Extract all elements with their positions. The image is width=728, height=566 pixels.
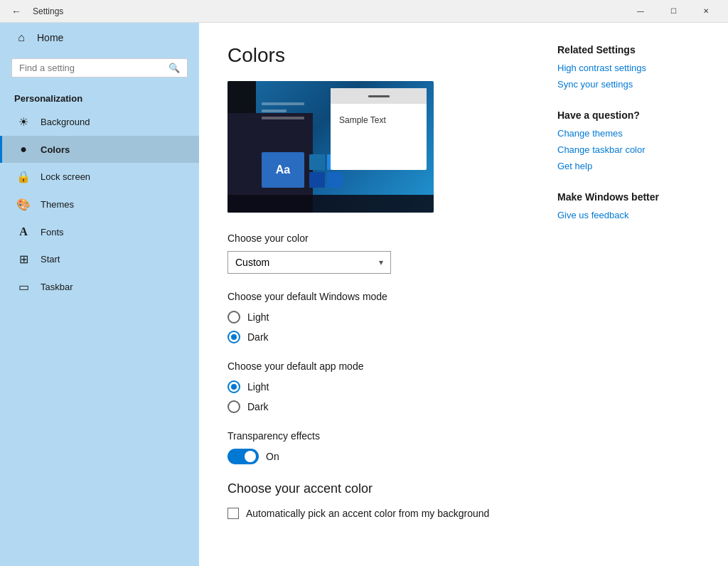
sidebar-item-label: Lock screen [41, 171, 90, 182]
related-title: Related Settings [557, 44, 700, 55]
sidebar-item-label: Start [41, 254, 60, 265]
accent-title: Choose your accent color [228, 481, 529, 496]
radio-outer [228, 311, 240, 324]
accent-checkbox-label: Automatically pick an accent color from … [246, 508, 489, 519]
make-better-section: Make Windows better Give us feedback [557, 191, 700, 220]
window-controls: — ☐ ✕ [624, 0, 722, 23]
accent-checkbox-row: Automatically pick an accent color from … [228, 508, 529, 519]
radio-label: Dark [247, 401, 269, 412]
question-section: Have a question? Change themes Change ta… [557, 110, 700, 171]
taskbar-icon: ▭ [16, 280, 31, 294]
radio-label: Light [247, 381, 269, 393]
themes-icon: 🎨 [16, 198, 31, 211]
maximize-button[interactable]: ☐ [657, 0, 690, 23]
sidebar-item-start[interactable]: ⊞ Start [0, 245, 199, 273]
transparency-toggle[interactable] [228, 449, 259, 464]
preview-window-titlebar [331, 88, 427, 104]
radio-outer-selected [228, 331, 240, 343]
related-settings-sidebar: Related Settings High contrast settings … [557, 44, 700, 545]
background-icon: ☀ [16, 115, 31, 129]
sidebar-section-title: Personalization [0, 86, 199, 108]
home-icon: ⌂ [14, 31, 28, 44]
search-box[interactable]: 🔍 [11, 58, 188, 78]
sidebar-item-label: Taskbar [41, 282, 73, 292]
sidebar-item-lock-screen[interactable]: 🔒 Lock screen [0, 163, 199, 191]
windows-mode-dark[interactable]: Dark [228, 331, 529, 343]
chevron-down-icon: ▾ [379, 257, 383, 267]
radio-label: Light [247, 311, 269, 323]
color-dropdown-value: Custom [235, 257, 269, 268]
preview-window: Sample Text [331, 88, 427, 170]
transparency-label: Transparency effects [228, 430, 529, 442]
preview-tile-3 [309, 172, 325, 188]
preview-lines [262, 102, 304, 124]
app-title: Settings [33, 6, 624, 16]
sidebar-item-home[interactable]: ⌂ Home [0, 23, 199, 53]
sidebar-item-label: Themes [41, 199, 74, 210]
preview-aa: Aa [262, 152, 304, 188]
sidebar-item-background[interactable]: ☀ Background [0, 108, 199, 136]
app-mode-dark[interactable]: Dark [228, 400, 529, 413]
radio-outer-selected [228, 380, 240, 393]
high-contrast-link[interactable]: High contrast settings [557, 63, 700, 73]
sidebar-item-colors[interactable]: ● Colors [0, 136, 199, 163]
sidebar-item-themes[interactable]: 🎨 Themes [0, 191, 199, 218]
color-dropdown[interactable]: Custom ▾ [228, 251, 391, 274]
app-mode-light[interactable]: Light [228, 380, 529, 393]
lock-icon: 🔒 [16, 170, 31, 183]
toggle-thumb [245, 451, 256, 462]
back-button[interactable]: ← [6, 1, 27, 22]
sidebar-item-label: Fonts [41, 227, 64, 237]
start-icon: ⊞ [16, 252, 31, 266]
sidebar: ⌂ Home 🔍 Personalization ☀ Background ● … [0, 23, 199, 566]
windows-mode-group: Choose your default Windows mode Light D… [228, 291, 529, 343]
minimize-button[interactable]: — [624, 0, 657, 23]
preview-tile-4 [327, 172, 343, 188]
fonts-icon: A [16, 225, 31, 238]
preview-sample-text: Sample Text [331, 104, 427, 137]
preview-line-3 [262, 117, 304, 119]
app-container: ⌂ Home 🔍 Personalization ☀ Background ● … [0, 23, 728, 566]
preview-window-bar [368, 95, 390, 97]
preview-tile-1 [309, 154, 325, 170]
sidebar-item-label: Colors [41, 144, 70, 155]
related-settings-section: Related Settings High contrast settings … [557, 44, 700, 90]
radio-label: Dark [247, 331, 269, 343]
page-title: Colors [228, 44, 529, 67]
windows-mode-light[interactable]: Light [228, 311, 529, 324]
colors-icon: ● [16, 143, 31, 156]
make-better-title: Make Windows better [557, 191, 700, 203]
change-taskbar-link[interactable]: Change taskbar color [557, 144, 700, 155]
titlebar: ← Settings — ☐ ✕ [0, 0, 728, 23]
content-main: Colors Aa [228, 44, 529, 545]
sidebar-item-taskbar[interactable]: ▭ Taskbar [0, 273, 199, 301]
search-input[interactable] [19, 63, 163, 73]
app-mode-group: Choose your default app mode Light Dark [228, 361, 529, 413]
color-preview: Aa Sample Text [228, 81, 434, 213]
sidebar-item-label: Background [41, 117, 90, 127]
sidebar-item-fonts[interactable]: A Fonts [0, 218, 199, 245]
question-title: Have a question? [557, 110, 700, 121]
accent-checkbox[interactable] [228, 508, 239, 519]
sync-settings-link[interactable]: Sync your settings [557, 79, 700, 90]
get-help-link[interactable]: Get help [557, 161, 700, 171]
preview-line-2 [262, 110, 287, 112]
transparency-row: Transparency effects On [228, 430, 529, 464]
radio-inner [231, 384, 237, 390]
transparency-state: On [266, 451, 279, 462]
windows-mode-label: Choose your default Windows mode [228, 291, 529, 302]
choose-color-label: Choose your color [228, 233, 529, 244]
transparency-control: On [228, 449, 529, 464]
app-mode-label: Choose your default app mode [228, 361, 529, 372]
search-icon: 🔍 [168, 63, 180, 73]
feedback-link[interactable]: Give us feedback [557, 210, 700, 220]
sidebar-home-label: Home [37, 32, 63, 43]
preview-line-1 [262, 102, 304, 105]
radio-inner [231, 334, 237, 340]
radio-outer [228, 400, 240, 413]
change-themes-link[interactable]: Change themes [557, 128, 700, 139]
content-area: Colors Aa [199, 23, 728, 566]
close-button[interactable]: ✕ [690, 0, 722, 23]
preview-taskbar [228, 195, 434, 213]
